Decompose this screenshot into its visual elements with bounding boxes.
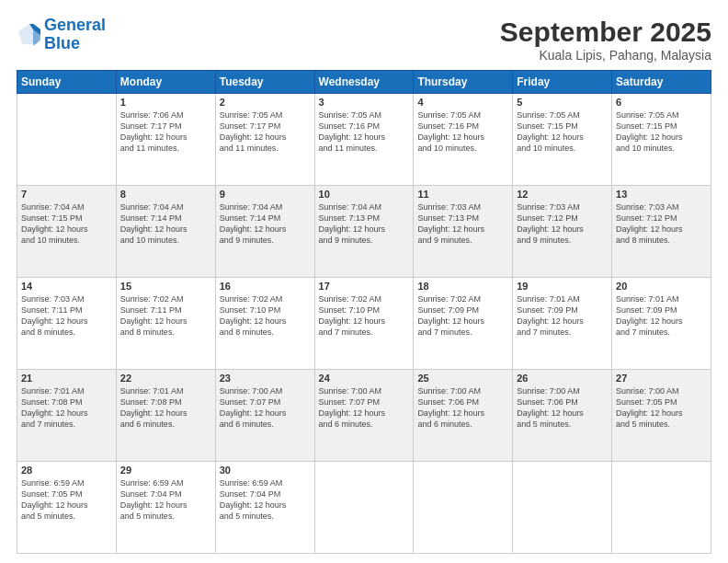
day-info: Sunrise: 7:00 AM Sunset: 7:06 PM Dayligh… <box>517 385 608 431</box>
day-number: 24 <box>319 373 410 384</box>
calendar-cell: 10Sunrise: 7:04 AM Sunset: 7:13 PM Dayli… <box>314 186 414 278</box>
day-number: 5 <box>517 97 608 108</box>
calendar-week-5: 28Sunrise: 6:59 AM Sunset: 7:05 PM Dayli… <box>17 462 711 554</box>
calendar-cell: 4Sunrise: 7:05 AM Sunset: 7:16 PM Daylig… <box>414 94 513 186</box>
page: General Blue September 2025 Kuala Lipis,… <box>0 0 728 563</box>
header-thursday: Thursday <box>414 71 513 94</box>
logo-general: General <box>44 16 106 34</box>
day-number: 27 <box>616 373 707 384</box>
day-number: 4 <box>417 97 508 108</box>
day-info: Sunrise: 7:03 AM Sunset: 7:11 PM Dayligh… <box>21 293 112 339</box>
day-info: Sunrise: 7:04 AM Sunset: 7:13 PM Dayligh… <box>319 201 410 247</box>
day-info: Sunrise: 7:03 AM Sunset: 7:12 PM Dayligh… <box>517 201 608 247</box>
day-info: Sunrise: 7:05 AM Sunset: 7:16 PM Dayligh… <box>417 109 508 155</box>
header-monday: Monday <box>116 71 215 94</box>
day-info: Sunrise: 7:02 AM Sunset: 7:09 PM Dayligh… <box>417 293 508 339</box>
day-number: 21 <box>21 373 112 384</box>
day-info: Sunrise: 7:03 AM Sunset: 7:12 PM Dayligh… <box>616 201 707 247</box>
header-friday: Friday <box>513 71 612 94</box>
calendar-cell: 28Sunrise: 6:59 AM Sunset: 7:05 PM Dayli… <box>17 462 117 554</box>
calendar-week-3: 14Sunrise: 7:03 AM Sunset: 7:11 PM Dayli… <box>17 278 711 370</box>
calendar-cell: 12Sunrise: 7:03 AM Sunset: 7:12 PM Dayli… <box>513 186 612 278</box>
main-title: September 2025 <box>500 17 711 48</box>
calendar-cell: 7Sunrise: 7:04 AM Sunset: 7:15 PM Daylig… <box>17 186 117 278</box>
day-number: 19 <box>517 281 608 292</box>
day-info: Sunrise: 7:02 AM Sunset: 7:10 PM Dayligh… <box>220 293 311 339</box>
calendar-cell: 11Sunrise: 7:03 AM Sunset: 7:13 PM Dayli… <box>414 186 513 278</box>
header-sunday: Sunday <box>17 71 117 94</box>
calendar-cell <box>314 462 414 554</box>
calendar-cell <box>513 462 612 554</box>
calendar-cell: 2Sunrise: 7:05 AM Sunset: 7:17 PM Daylig… <box>215 94 314 186</box>
calendar-cell: 25Sunrise: 7:00 AM Sunset: 7:06 PM Dayli… <box>414 370 513 462</box>
logo-text: General Blue <box>44 17 106 53</box>
day-number: 6 <box>616 97 707 108</box>
calendar-header-row: Sunday Monday Tuesday Wednesday Thursday… <box>17 71 711 94</box>
header-tuesday: Tuesday <box>215 71 314 94</box>
calendar-cell: 29Sunrise: 6:59 AM Sunset: 7:04 PM Dayli… <box>116 462 215 554</box>
calendar-cell: 6Sunrise: 7:05 AM Sunset: 7:15 PM Daylig… <box>612 94 711 186</box>
day-number: 30 <box>220 465 311 476</box>
calendar-cell <box>414 462 513 554</box>
calendar-cell <box>612 462 711 554</box>
calendar-cell: 9Sunrise: 7:04 AM Sunset: 7:14 PM Daylig… <box>215 186 314 278</box>
header-wednesday: Wednesday <box>314 71 414 94</box>
day-info: Sunrise: 7:05 AM Sunset: 7:17 PM Dayligh… <box>220 109 311 155</box>
day-number: 16 <box>220 281 311 292</box>
calendar-cell: 30Sunrise: 6:59 AM Sunset: 7:04 PM Dayli… <box>215 462 314 554</box>
calendar-table: Sunday Monday Tuesday Wednesday Thursday… <box>17 70 711 554</box>
logo-blue: Blue <box>44 34 80 52</box>
logo-icon <box>17 22 42 48</box>
day-info: Sunrise: 7:00 AM Sunset: 7:07 PM Dayligh… <box>319 385 410 431</box>
day-number: 10 <box>319 189 410 200</box>
day-info: Sunrise: 7:06 AM Sunset: 7:17 PM Dayligh… <box>120 109 211 155</box>
calendar-week-2: 7Sunrise: 7:04 AM Sunset: 7:15 PM Daylig… <box>17 186 711 278</box>
calendar-cell: 17Sunrise: 7:02 AM Sunset: 7:10 PM Dayli… <box>314 278 414 370</box>
day-number: 15 <box>120 281 211 292</box>
day-number: 3 <box>319 97 410 108</box>
calendar-cell <box>17 94 117 186</box>
day-info: Sunrise: 7:02 AM Sunset: 7:10 PM Dayligh… <box>319 293 410 339</box>
day-number: 17 <box>319 281 410 292</box>
day-info: Sunrise: 7:04 AM Sunset: 7:14 PM Dayligh… <box>220 201 311 247</box>
calendar-cell: 16Sunrise: 7:02 AM Sunset: 7:10 PM Dayli… <box>215 278 314 370</box>
calendar-cell: 20Sunrise: 7:01 AM Sunset: 7:09 PM Dayli… <box>612 278 711 370</box>
calendar-cell: 19Sunrise: 7:01 AM Sunset: 7:09 PM Dayli… <box>513 278 612 370</box>
day-info: Sunrise: 7:02 AM Sunset: 7:11 PM Dayligh… <box>120 293 211 339</box>
calendar-cell: 3Sunrise: 7:05 AM Sunset: 7:16 PM Daylig… <box>314 94 414 186</box>
day-number: 20 <box>616 281 707 292</box>
header-saturday: Saturday <box>612 71 711 94</box>
calendar-cell: 18Sunrise: 7:02 AM Sunset: 7:09 PM Dayli… <box>414 278 513 370</box>
calendar-cell: 23Sunrise: 7:00 AM Sunset: 7:07 PM Dayli… <box>215 370 314 462</box>
calendar-cell: 5Sunrise: 7:05 AM Sunset: 7:15 PM Daylig… <box>513 94 612 186</box>
day-number: 26 <box>517 373 608 384</box>
day-info: Sunrise: 7:00 AM Sunset: 7:07 PM Dayligh… <box>220 385 311 431</box>
day-info: Sunrise: 7:01 AM Sunset: 7:09 PM Dayligh… <box>616 293 707 339</box>
day-number: 12 <box>517 189 608 200</box>
day-info: Sunrise: 7:00 AM Sunset: 7:06 PM Dayligh… <box>417 385 508 431</box>
subtitle: Kuala Lipis, Pahang, Malaysia <box>500 48 711 63</box>
calendar-cell: 21Sunrise: 7:01 AM Sunset: 7:08 PM Dayli… <box>17 370 117 462</box>
day-number: 2 <box>220 97 311 108</box>
title-block: September 2025 Kuala Lipis, Pahang, Mala… <box>500 17 711 63</box>
day-info: Sunrise: 7:01 AM Sunset: 7:08 PM Dayligh… <box>21 385 112 431</box>
day-number: 11 <box>417 189 508 200</box>
day-info: Sunrise: 7:04 AM Sunset: 7:15 PM Dayligh… <box>21 201 112 247</box>
day-number: 1 <box>120 97 211 108</box>
calendar-week-1: 1Sunrise: 7:06 AM Sunset: 7:17 PM Daylig… <box>17 94 711 186</box>
calendar-cell: 1Sunrise: 7:06 AM Sunset: 7:17 PM Daylig… <box>116 94 215 186</box>
day-number: 22 <box>120 373 211 384</box>
calendar-cell: 15Sunrise: 7:02 AM Sunset: 7:11 PM Dayli… <box>116 278 215 370</box>
day-number: 23 <box>220 373 311 384</box>
day-number: 8 <box>120 189 211 200</box>
day-number: 14 <box>21 281 112 292</box>
day-info: Sunrise: 7:04 AM Sunset: 7:14 PM Dayligh… <box>120 201 211 247</box>
day-info: Sunrise: 6:59 AM Sunset: 7:05 PM Dayligh… <box>21 477 112 523</box>
calendar-cell: 26Sunrise: 7:00 AM Sunset: 7:06 PM Dayli… <box>513 370 612 462</box>
header: General Blue September 2025 Kuala Lipis,… <box>17 17 711 63</box>
day-info: Sunrise: 7:05 AM Sunset: 7:16 PM Dayligh… <box>319 109 410 155</box>
calendar-cell: 24Sunrise: 7:00 AM Sunset: 7:07 PM Dayli… <box>314 370 414 462</box>
day-info: Sunrise: 7:05 AM Sunset: 7:15 PM Dayligh… <box>616 109 707 155</box>
calendar-cell: 13Sunrise: 7:03 AM Sunset: 7:12 PM Dayli… <box>612 186 711 278</box>
day-number: 28 <box>21 465 112 476</box>
